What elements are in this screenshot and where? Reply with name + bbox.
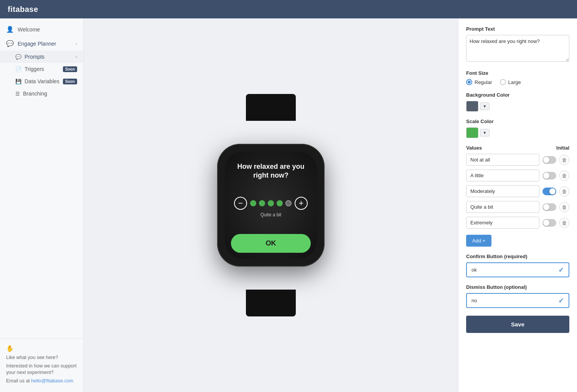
- confirm-section: Confirm Button (required) ✓: [466, 254, 569, 277]
- hand-icon: ✋: [6, 345, 77, 352]
- toggle-thumb-3: [549, 188, 556, 194]
- table-row: 🗑: [466, 217, 569, 229]
- sidebar-item-prompts[interactable]: 💬 Prompts ›: [0, 51, 83, 63]
- dismiss-section: Dismiss Button (optional) ✓: [466, 284, 569, 308]
- font-regular-option[interactable]: Regular: [466, 79, 492, 85]
- toggle-3[interactable]: [542, 188, 556, 195]
- value-input-2[interactable]: [466, 170, 539, 181]
- dismiss-button-input[interactable]: [467, 294, 554, 307]
- font-large-option[interactable]: Large: [500, 79, 521, 85]
- sidebar-welcome-label: Welcome: [18, 26, 40, 33]
- sidebar-footer: ✋ Like what you see here? Interested in …: [0, 338, 83, 392]
- toggle-2[interactable]: [542, 172, 556, 180]
- toggle-track-5[interactable]: [542, 219, 556, 227]
- prompt-text-input[interactable]: [466, 35, 569, 62]
- background-color-row: ▼: [466, 101, 569, 112]
- sidebar-item-triggers[interactable]: 📄 Triggers Soon: [0, 63, 83, 75]
- font-large-radio[interactable]: [500, 79, 506, 85]
- right-panel: Prompt Text Font Size Regular Large: [458, 18, 577, 392]
- scale-color-row: ▼: [466, 127, 569, 138]
- table-row: 🗑: [466, 154, 569, 166]
- value-input-5[interactable]: [466, 217, 539, 229]
- sidebar-engage-label: Engage Planner: [18, 41, 56, 47]
- sidebar-item-engage-planner[interactable]: 💬 Engage Planner ›: [0, 36, 83, 51]
- watch-screen: How relaxed are you right now? −: [225, 152, 317, 259]
- toggle-track-4[interactable]: [542, 203, 556, 211]
- delete-button-2[interactable]: 🗑: [559, 171, 569, 181]
- sidebar-item-welcome[interactable]: 👤 Welcome: [0, 22, 83, 36]
- header: fitabase: [0, 0, 577, 18]
- values-col-label: Values: [466, 145, 482, 151]
- toggle-track-2[interactable]: [542, 172, 556, 180]
- delete-button-5[interactable]: 🗑: [559, 218, 569, 228]
- dot-3: [268, 200, 274, 206]
- watch-question: How relaxed are you right now?: [231, 162, 311, 180]
- delete-button-4[interactable]: 🗑: [559, 202, 569, 212]
- dismiss-input-row: ✓: [466, 293, 569, 308]
- delete-button-3[interactable]: 🗑: [559, 186, 569, 196]
- right-panel-content: Prompt Text Font Size Regular Large: [458, 18, 577, 344]
- confirm-button-input[interactable]: [467, 263, 554, 277]
- watch-scale: − +: [231, 197, 311, 210]
- watch-band-bottom: [246, 290, 296, 316]
- initial-col-label: Initial: [556, 145, 569, 151]
- scale-color-swatch[interactable]: [466, 127, 478, 138]
- sidebar-item-branching[interactable]: ☰ Branching: [0, 87, 83, 100]
- save-button[interactable]: Save: [466, 316, 569, 333]
- content-area: How relaxed are you right now? −: [84, 18, 458, 392]
- chat-icon: 💬: [6, 40, 14, 47]
- sidebar-branching-label: Branching: [23, 91, 47, 97]
- toggle-5[interactable]: [542, 219, 556, 227]
- font-regular-radio[interactable]: [466, 79, 472, 85]
- table-row: 🗑: [466, 185, 569, 197]
- add-value-button[interactable]: Add +: [466, 235, 491, 247]
- logo: fitabase: [8, 5, 38, 14]
- prompt-text-label: Prompt Text: [466, 26, 569, 32]
- main-layout: 👤 Welcome 💬 Engage Planner › 💬 Prompts ›…: [0, 18, 577, 392]
- footer-body: Interested in how we can support your ne…: [6, 363, 77, 376]
- watch-outer: How relaxed are you right now? −: [217, 144, 325, 267]
- confirm-button-label: Confirm Button (required): [466, 254, 569, 259]
- scale-plus-button[interactable]: +: [295, 197, 308, 210]
- dismiss-check-icon: ✓: [554, 296, 569, 305]
- scale-color-section: Scale Color ▼: [466, 119, 569, 138]
- sidebar-nav: 👤 Welcome 💬 Engage Planner › 💬 Prompts ›…: [0, 18, 83, 338]
- font-regular-label: Regular: [475, 79, 492, 85]
- table-row: 🗑: [466, 170, 569, 181]
- sidebar: 👤 Welcome 💬 Engage Planner › 💬 Prompts ›…: [0, 18, 84, 392]
- dot-5: [285, 200, 292, 206]
- toggle-4[interactable]: [542, 203, 556, 211]
- delete-button-1[interactable]: 🗑: [559, 155, 569, 165]
- sidebar-prompts-label: Prompts: [25, 54, 45, 60]
- background-color-swatch[interactable]: [466, 101, 478, 112]
- bubble-icon: 💬: [15, 54, 21, 60]
- toggle-thumb-5: [543, 220, 549, 226]
- background-color-dropdown[interactable]: ▼: [480, 102, 490, 110]
- scale-color-dropdown[interactable]: ▼: [480, 129, 490, 137]
- value-input-4[interactable]: [466, 201, 539, 213]
- font-size-row: Regular Large: [466, 79, 569, 85]
- values-section: Values Initial 🗑 🗑: [466, 145, 569, 247]
- file-icon: 📄: [15, 66, 21, 72]
- dot-1: [250, 200, 256, 206]
- toggle-track-1[interactable]: [542, 156, 556, 164]
- chevron-right-icon: ›: [76, 54, 77, 59]
- database-icon: 💾: [15, 79, 21, 84]
- watch-mockup: How relaxed are you right now? −: [217, 117, 325, 293]
- sidebar-triggers-label: Triggers: [25, 66, 44, 72]
- table-row: 🗑: [466, 201, 569, 213]
- value-input-3[interactable]: [466, 185, 539, 197]
- value-input-1[interactable]: [466, 154, 539, 166]
- values-col-labels: Values Initial: [466, 145, 569, 151]
- data-variables-badge: Soon: [63, 79, 77, 84]
- toggle-track-3[interactable]: [542, 188, 556, 195]
- scale-minus-button[interactable]: −: [234, 197, 247, 210]
- footer-email-prefix: Email us at: [6, 378, 31, 384]
- toggle-thumb-1: [543, 157, 549, 163]
- toggle-1[interactable]: [542, 156, 556, 164]
- toggle-thumb-4: [543, 204, 549, 210]
- footer-email-link[interactable]: hello@fitabase.com: [31, 378, 73, 384]
- sidebar-item-data-variables[interactable]: 💾 Data Variables Soon: [0, 75, 83, 87]
- branch-icon: ☰: [15, 91, 20, 97]
- watch-ok-button[interactable]: OK: [231, 234, 311, 253]
